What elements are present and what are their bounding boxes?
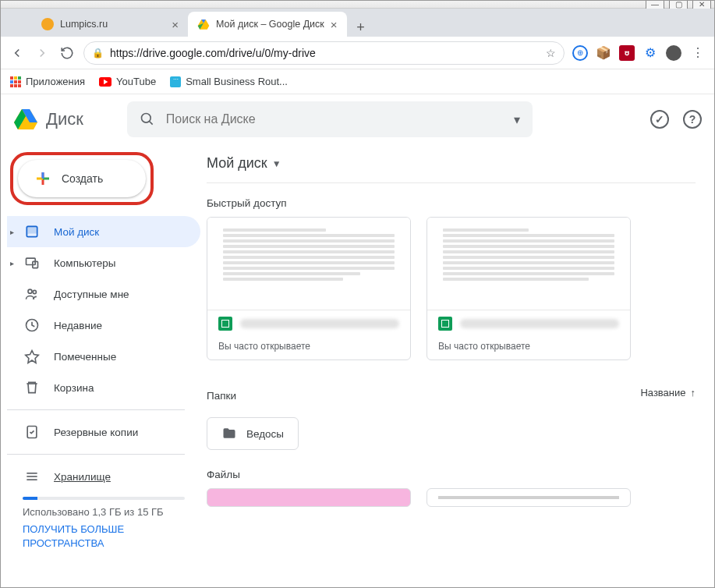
window-titlebar: — ▢ ✕ <box>1 1 714 9</box>
nav-label: Хранилище <box>54 471 111 483</box>
create-button-highlight: Создать <box>10 152 154 205</box>
sort-control[interactable]: Название↑ <box>640 387 696 398</box>
computers-icon <box>24 255 40 271</box>
file-thumbnail <box>427 218 630 310</box>
nav-backups[interactable]: Резервные копии <box>7 416 200 448</box>
nav-trash[interactable]: Корзина <box>7 372 200 403</box>
search-options-icon[interactable]: ▾ <box>514 112 520 127</box>
folder-item[interactable]: Ведосы <box>207 417 299 450</box>
storage-icon <box>24 469 40 484</box>
tab-title: Мой диск – Google Диск <box>216 19 324 30</box>
trash-icon <box>24 380 40 395</box>
svg-point-18 <box>33 290 36 293</box>
svg-point-8 <box>141 114 150 123</box>
bookmarks-bar: Приложения YouTube ⋯ Small Business Rout… <box>1 69 714 94</box>
nav-storage[interactable]: Хранилище <box>7 461 200 492</box>
profile-avatar[interactable] <box>666 45 681 61</box>
ext-ublock-icon[interactable]: ʊ <box>619 45 635 61</box>
nav-mydrive[interactable]: ▸Мой диск <box>7 216 200 247</box>
file-item[interactable] <box>427 488 631 507</box>
files-title: Файлы <box>207 469 696 480</box>
drive-search[interactable]: ▾ <box>127 101 533 137</box>
bookmark-star-icon[interactable]: ☆ <box>546 47 556 59</box>
shared-icon <box>24 286 40 302</box>
drive-logo[interactable]: Диск <box>13 108 83 130</box>
nav-separator <box>7 409 185 410</box>
reload-button[interactable] <box>58 44 76 62</box>
nav-label: Помеченные <box>54 351 116 363</box>
expand-caret-icon[interactable]: ▸ <box>10 228 14 236</box>
quick-card[interactable]: Вы часто открываете <box>207 217 411 360</box>
close-tab-icon[interactable]: × <box>331 18 338 31</box>
nav-separator <box>7 454 185 455</box>
quick-card[interactable]: Вы часто открываете <box>427 217 631 360</box>
nav-label: Доступные мне <box>54 289 129 300</box>
apps-bookmark[interactable]: Приложения <box>10 76 85 87</box>
tab-lumpics[interactable]: Lumpics.ru × <box>32 12 188 37</box>
create-label: Создать <box>62 172 103 185</box>
plus-icon <box>34 169 52 188</box>
nav-shared[interactable]: Доступные мне <box>7 278 200 310</box>
nav-label: Корзина <box>54 382 94 394</box>
sort-label: Название <box>640 387 685 398</box>
sbr-label: Small Business Rout... <box>186 76 288 87</box>
lock-icon: 🔒 <box>92 48 104 58</box>
back-button[interactable] <box>9 44 26 62</box>
quick-access-title: Быстрый доступ <box>207 197 696 209</box>
header-actions: ✓ ? <box>650 110 702 129</box>
youtube-bookmark[interactable]: YouTube <box>99 76 156 87</box>
sbr-bookmark[interactable]: ⋯ Small Business Rout... <box>170 76 288 87</box>
nav-recent[interactable]: Недавние <box>7 310 200 341</box>
files-row <box>207 488 696 507</box>
file-name-redacted <box>240 319 399 328</box>
sbr-favicon-icon: ⋯ <box>170 76 181 87</box>
nav-label: Недавние <box>54 320 102 331</box>
nav-computers[interactable]: ▸Компьютеры <box>7 247 200 278</box>
ext-globe-icon[interactable]: ⊕ <box>572 45 588 61</box>
favicon-icon <box>41 18 54 30</box>
sheets-icon <box>438 317 452 331</box>
youtube-icon <box>99 77 111 87</box>
apps-label: Приложения <box>26 76 85 87</box>
drive-logo-icon <box>13 108 38 130</box>
upgrade-storage-link[interactable]: ПОЛУЧИТЬ БОЛЬШЕ ПРОСТРАНСТВА <box>23 522 185 550</box>
youtube-label: YouTube <box>116 76 156 87</box>
quick-subtitle: Вы часто открываете <box>207 336 410 360</box>
folders-title: Папки <box>207 390 236 402</box>
create-button[interactable]: Создать <box>18 160 146 197</box>
ext-gear-icon[interactable]: ⚙ <box>642 45 658 61</box>
drive-product-name: Диск <box>46 109 83 129</box>
backup-icon <box>24 424 40 440</box>
nav-starred[interactable]: Помеченные <box>7 341 200 372</box>
storage-used-text: Использовано 1,3 ГБ из 15 ГБ <box>23 506 185 518</box>
chevron-down-icon: ▼ <box>272 158 281 169</box>
new-tab-button[interactable]: + <box>352 18 370 37</box>
breadcrumb[interactable]: Мой диск ▼ <box>207 149 696 183</box>
expand-caret-icon[interactable]: ▸ <box>10 259 14 267</box>
drive-header: Диск ▾ ✓ ? <box>1 94 714 144</box>
tab-drive[interactable]: Мой диск – Google Диск × <box>188 12 347 37</box>
nav-label: Мой диск <box>54 226 99 238</box>
svg-marker-20 <box>26 351 39 363</box>
ready-offline-icon[interactable]: ✓ <box>650 110 669 129</box>
address-bar[interactable]: 🔒 https://drive.google.com/drive/u/0/my-… <box>83 41 565 65</box>
file-item[interactable] <box>207 488 411 507</box>
drive-main: Мой диск ▼ Быстрый доступ Вы часто откры… <box>200 144 714 587</box>
file-name-redacted <box>460 319 619 328</box>
browser-menu-icon[interactable]: ⋮ <box>689 44 706 62</box>
svg-line-9 <box>149 122 152 125</box>
forward-button[interactable] <box>34 44 51 62</box>
help-icon[interactable]: ? <box>683 110 702 129</box>
search-icon <box>140 112 155 127</box>
quick-access-row: Вы часто открываете Вы часто открываете <box>207 217 696 360</box>
drive-favicon-icon <box>197 18 210 30</box>
apps-grid-icon <box>10 76 21 87</box>
ext-cube-icon[interactable]: 📦 <box>596 45 611 61</box>
url-text: https://drive.google.com/drive/u/0/my-dr… <box>110 47 316 59</box>
drive-sidebar: Создать ▸Мой диск ▸Компьютеры Доступные … <box>1 144 200 587</box>
nav-label: Компьютеры <box>54 257 116 269</box>
close-tab-icon[interactable]: × <box>172 18 179 31</box>
mydrive-icon <box>24 224 40 239</box>
search-input[interactable] <box>166 112 503 126</box>
file-thumbnail <box>207 218 410 310</box>
